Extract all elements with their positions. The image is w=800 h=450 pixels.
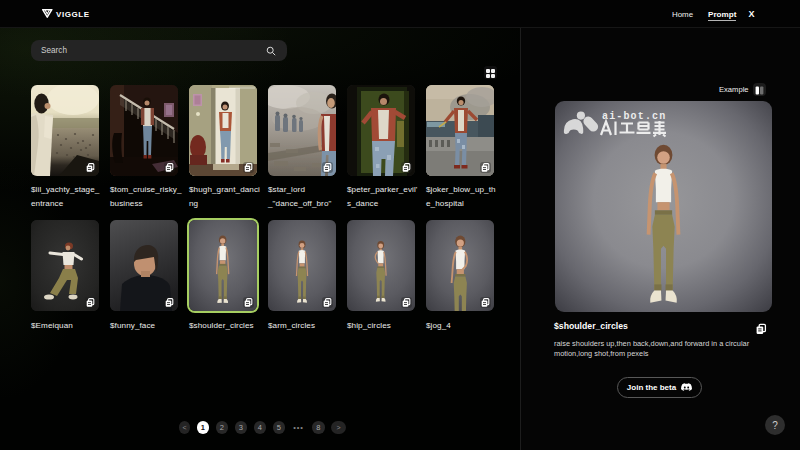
svg-text:ai-bot.cn: ai-bot.cn bbox=[602, 111, 666, 122]
